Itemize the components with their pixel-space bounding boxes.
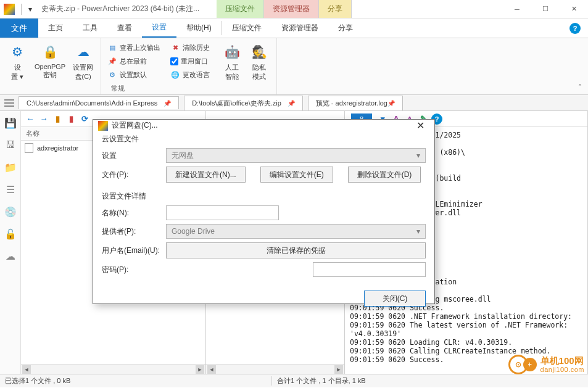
back-button[interactable]: ← [25,114,36,125]
status-total: 合计1 个文件 , 1 个目录, 1 kB [271,376,371,386]
reuse-window-check[interactable] [170,57,178,65]
close-button[interactable]: 关闭(C) [364,291,426,307]
section-cloud-files: 云设置文件 [102,134,426,144]
status-selection: 已选择1 个文件 , 0 kB [0,376,271,386]
hamburger-button[interactable] [0,99,19,107]
pane-tab-explorer[interactable]: C:\Users\admin\Documents\Add-in Express📌 [19,96,179,109]
dialog-titlebar[interactable]: 设置网盘(C)... ✕ [93,120,434,131]
chevron-down-icon: ▾ [416,151,420,160]
collapse-ribbon-button[interactable]: ˄ [572,81,588,94]
cloud-settings-button[interactable]: ☁ 设置网 盘(C) [69,41,97,83]
view-but-1[interactable]: ▮ [52,114,63,125]
pin-icon: 📌 [107,56,117,66]
label-settings: 设置 [102,151,166,161]
settings-button[interactable]: ⚙ 设 置 ▾ [4,41,31,83]
menu-compress[interactable]: 压缩文件 [222,19,271,38]
chevron-down-icon: ▾ [416,227,420,236]
watermark-logo: ⊙+ [508,355,537,374]
menu-settings[interactable]: 设置 [142,19,176,38]
pin-icon[interactable]: 📌 [288,100,295,107]
context-tab-compress[interactable]: 压缩文件 [217,0,264,18]
titlebar: ▾ 史蒂夫.zip - PowerArchiver 2023 (64-bit) … [0,0,588,19]
app-icon [4,4,15,15]
cloud-disk-select[interactable]: 无网盘▾ [166,148,426,163]
dialog-close-button[interactable]: ✕ [411,120,429,131]
menu-file[interactable]: 文件 [0,19,38,38]
sidebar-list-icon[interactable]: ☰ [4,183,17,196]
watermark-text-en: danji100.com [540,366,584,373]
context-tab-explorer[interactable]: 资源管理器 [264,0,319,18]
name-input[interactable] [166,205,279,220]
statusbar: 已选择1 个文件 , 0 kB 合计1 个文件 , 1 个目录, 1 kB [0,374,588,387]
gear-small-icon: ⚙ [107,70,117,80]
sidebar-disc-icon[interactable]: 💿 [4,205,17,218]
ai-button[interactable]: 🤖 人工 智能 [218,41,246,92]
openpgp-button[interactable]: 🔒 OpenPGP 密钥 [31,41,69,83]
qat-dropdown[interactable]: ▾ [24,3,36,15]
password-input[interactable] [313,262,426,277]
sidebar-save-icon[interactable]: 🖫 [4,138,17,152]
ai-icon: 🤖 [222,42,242,62]
ribbon: ⚙ 设 置 ▾ 🔒 OpenPGP 密钥 ☁ 设置网 盘(C) ▤查看上次输出 … [0,38,588,95]
menubar: 文件 主页 工具 查看 设置 帮助(H) 压缩文件 资源管理器 分享 ? [0,19,588,38]
watermark: ⊙+ 单机100网 danji100.com [508,355,584,374]
menu-explorer[interactable]: 资源管理器 [271,19,328,38]
edit-profile-button[interactable]: 编辑设置文件(E) [260,167,333,183]
forward-button[interactable]: → [38,114,49,125]
label-password: 密码(P): [102,265,166,275]
window-controls: ─ ☐ ✕ [503,0,588,19]
list-icon: ▤ [107,43,117,52]
pin-icon[interactable]: 📌 [164,100,171,107]
section-details: 设置文件详情 [102,191,426,202]
maximize-button[interactable]: ☐ [531,0,560,19]
provider-select[interactable]: Google Drive▾ [166,224,426,239]
menu-share[interactable]: 分享 [328,19,363,38]
view-last-output-button[interactable]: ▤查看上次输出 [105,41,163,54]
pane-tab-archive[interactable]: D:\tools\桌面\office\史蒂夫.zip📌 [184,96,303,110]
clear-credentials-button[interactable]: 清除已保存的凭据 [166,242,426,258]
sidebar-icons: 💾 🖫 📁 ☰ 💿 🔓 ☁ [0,111,21,374]
sidebar-drive-icon[interactable]: 💾 [4,116,17,130]
always-on-top-button[interactable]: 📌总在最前 [105,54,163,68]
delete-profile-button[interactable]: 删除设置文件(D) [348,167,421,183]
help-icon[interactable]: ? [569,23,581,34]
context-tab-share[interactable]: 分享 [319,0,352,18]
ribbon-group-label: 常规 [111,84,125,93]
menu-view[interactable]: 查看 [107,19,142,38]
pane-tab-preview[interactable]: 预览 - adxregistrator.log📌 [308,96,403,110]
change-language-button[interactable]: 🌐更改语言 [168,68,212,81]
globe-icon: 🌐 [170,70,180,80]
privacy-icon: 🕵 [249,42,269,62]
lock-icon: 🔒 [40,42,60,62]
qat-separator [21,4,22,15]
window-title: 史蒂夫.zip - PowerArchiver 2023 (64-bit) (未… [41,4,199,14]
new-profile-button[interactable]: 新建设置文件(N)... [166,167,246,183]
dialog-icon [98,121,108,131]
sidebar-folder-icon[interactable]: 📁 [4,160,17,174]
menu-home[interactable]: 主页 [38,19,73,38]
cloud-settings-dialog: 设置网盘(C)... ✕ 云设置文件 设置 无网盘▾ 文件(P): 新建设置文件… [93,119,435,304]
minimize-button[interactable]: ─ [503,0,531,19]
label-provider: 提供者(P): [102,226,166,237]
scrollbar-horizontal[interactable]: ◄► [206,364,344,374]
dialog-title: 设置网盘(C)... [112,120,158,131]
view-but-2[interactable]: ▮ [65,114,77,125]
file-icon [25,143,33,153]
clear-history-button[interactable]: ✖清除历史 [168,41,212,54]
menu-help[interactable]: 帮助(H) [176,19,222,38]
set-default-button[interactable]: ⚙设置默认 [105,68,163,81]
sidebar-cloud-icon[interactable]: ☁ [4,249,17,263]
refresh-button[interactable]: ⟳ [79,114,90,125]
label-file: 文件(P): [102,170,166,180]
scrollbar-horizontal[interactable]: ◄► [21,364,205,374]
sidebar-lock-icon[interactable]: 🔓 [4,227,17,241]
context-tabs: 压缩文件 资源管理器 分享 [217,0,352,18]
menu-tools[interactable]: 工具 [73,19,107,38]
label-username: 用户名(Email)(U): [102,246,166,256]
pane-tabs-row: C:\Users\admin\Documents\Add-in Express📌… [0,95,588,111]
label-name: 名称(N): [102,208,166,218]
close-button[interactable]: ✕ [560,0,588,19]
reuse-window-checkbox[interactable]: 重用窗口 [168,54,212,68]
pin-icon[interactable]: 📌 [387,100,395,107]
privacy-mode-button[interactable]: 🕵 隐私 模式 [246,41,273,92]
